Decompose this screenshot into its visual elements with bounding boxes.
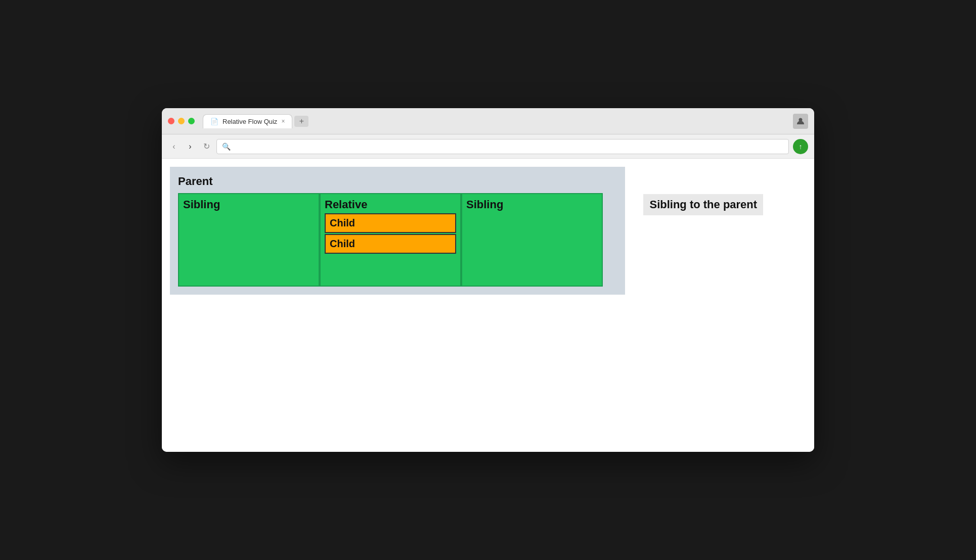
traffic-lights <box>168 118 195 124</box>
profile-icon <box>796 117 805 125</box>
parent-label: Parent <box>178 175 617 188</box>
search-icon: 🔍 <box>222 143 231 151</box>
new-tab-button[interactable]: + <box>294 116 308 127</box>
profile-button[interactable] <box>793 114 808 129</box>
minimize-button[interactable] <box>178 118 185 124</box>
relative-block: Relative Child Child <box>320 193 461 287</box>
upload-button[interactable]: ↑ <box>793 139 808 154</box>
forward-button[interactable]: › <box>184 141 196 153</box>
sibling-to-parent-block: Sibling to the parent <box>643 194 763 215</box>
sibling2-block: Sibling <box>461 193 603 287</box>
refresh-icon: ↻ <box>203 142 210 151</box>
sibling1-label: Sibling <box>183 198 220 211</box>
sibling2-label: Sibling <box>466 198 503 211</box>
relative-label: Relative <box>325 198 456 211</box>
forward-icon: › <box>189 142 191 151</box>
tab-page-icon: 📄 <box>210 118 218 125</box>
back-icon: ‹ <box>172 142 175 151</box>
upload-icon: ↑ <box>799 143 803 151</box>
tab-bar: 📄 Relative Flow Quiz × + <box>203 114 789 128</box>
tab-close-button[interactable]: × <box>281 118 285 125</box>
nav-bar: ‹ › ↻ 🔍 ↑ <box>162 134 814 159</box>
tab-title: Relative Flow Quiz <box>223 118 277 125</box>
maximize-button[interactable] <box>188 118 195 124</box>
page-content: Parent Sibling Relative Child Child <box>162 159 814 452</box>
browser-window: 📄 Relative Flow Quiz × + ‹ › ↻ 🔍 <box>162 108 814 452</box>
parent-inner: Sibling Relative Child Child Sibling <box>178 193 617 287</box>
title-bar: 📄 Relative Flow Quiz × + <box>162 108 814 134</box>
active-tab[interactable]: 📄 Relative Flow Quiz × <box>203 114 292 128</box>
child2-block: Child <box>325 234 456 254</box>
address-bar[interactable]: 🔍 <box>216 139 789 154</box>
parent-container: Parent Sibling Relative Child Child <box>170 167 625 295</box>
sibling1-block: Sibling <box>178 193 320 287</box>
child2-label: Child <box>330 238 355 249</box>
sibling-to-parent-label: Sibling to the parent <box>649 198 757 211</box>
refresh-button[interactable]: ↻ <box>200 141 212 153</box>
back-button[interactable]: ‹ <box>168 141 180 153</box>
address-input[interactable] <box>234 143 783 150</box>
child1-block: Child <box>325 213 456 233</box>
close-button[interactable] <box>168 118 174 124</box>
child1-label: Child <box>330 217 355 228</box>
